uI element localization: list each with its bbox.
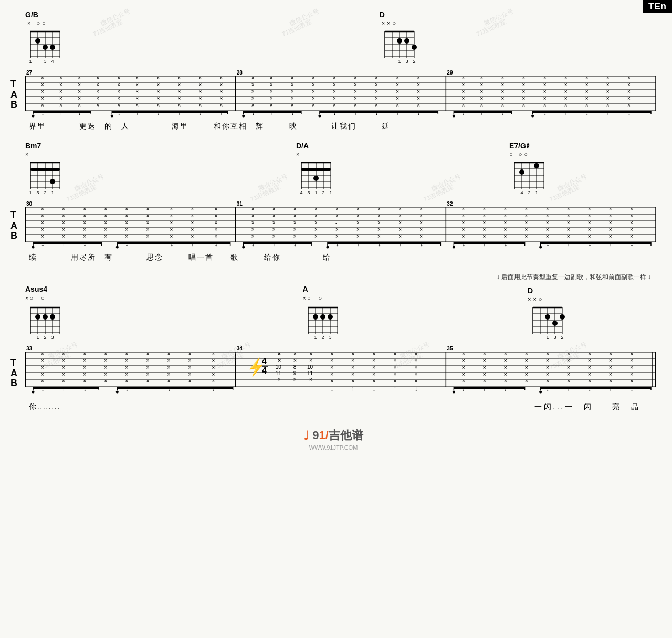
svg-text:×: × (78, 102, 81, 108)
svg-text:×: × (504, 233, 507, 239)
tab-staff-2: 30 31 32 × × × × × ↓ × × × (25, 199, 656, 251)
svg-text:×: × (480, 75, 483, 81)
svg-text:×: × (83, 206, 86, 212)
svg-text:×: × (588, 213, 591, 219)
svg-text:×: × (135, 75, 139, 81)
svg-text:2: 2 (413, 59, 415, 63)
svg-text:↑: ↑ (146, 240, 149, 248)
svg-text:×: × (525, 206, 528, 212)
svg-text:×: × (125, 233, 128, 239)
svg-text:×: × (270, 89, 273, 94)
svg-text:×: × (564, 102, 568, 108)
chord-grid-da: 4 3 1 2 1 (296, 157, 334, 194)
svg-text:1: 1 (314, 335, 317, 339)
svg-text:×: × (96, 75, 99, 81)
svg-rect-458 (117, 242, 230, 244)
svg-text:×: × (96, 82, 99, 88)
svg-text:×: × (117, 82, 120, 88)
svg-text:×: × (377, 206, 381, 212)
svg-text:×: × (83, 371, 86, 377)
svg-text:×: × (588, 233, 591, 239)
svg-text:×: × (398, 206, 402, 212)
svg-text:×: × (59, 102, 62, 108)
svg-text:×: × (414, 364, 417, 370)
svg-text:×: × (480, 89, 483, 94)
svg-text:×: × (146, 213, 149, 219)
svg-text:4: 4 (300, 190, 302, 194)
svg-text:×: × (251, 227, 255, 232)
svg-text:×: × (606, 75, 610, 81)
chord-grid-gb: 1 3 4 (25, 26, 63, 63)
svg-text:×: × (393, 350, 396, 357)
svg-text:×: × (482, 220, 486, 226)
svg-text:×: × (146, 378, 149, 384)
svg-text:2: 2 (44, 335, 46, 339)
svg-text:2: 2 (528, 190, 530, 194)
svg-text:×: × (314, 206, 318, 212)
svg-text:×: × (480, 82, 483, 88)
svg-point-520 (545, 314, 550, 320)
svg-text:×: × (546, 220, 549, 226)
chord-name-gb: G/B (25, 10, 63, 19)
tab-row-2: T A B 30 31 32 (10, 199, 656, 251)
svg-text:×: × (188, 371, 192, 377)
svg-text:×: × (212, 358, 215, 364)
svg-text:×: × (96, 89, 99, 94)
svg-text:↓: ↓ (414, 384, 418, 392)
svg-text:×: × (351, 357, 354, 364)
svg-point-10 (35, 38, 40, 44)
chord-name-da: D/A (296, 142, 334, 150)
svg-text:×: × (546, 357, 549, 364)
svg-point-278 (519, 169, 524, 175)
svg-point-27 (404, 38, 410, 44)
svg-text:×: × (630, 233, 633, 239)
chord-xmarks-asus4: ×○ ○ (25, 294, 63, 302)
svg-text:×: × (212, 371, 215, 377)
svg-text:×: × (567, 357, 570, 364)
svg-text:30: 30 (26, 201, 33, 207)
svg-text:×: × (125, 365, 128, 370)
tab-staff-3: 33 34 35 × × × × × ↓ × (25, 344, 656, 401)
svg-text:×: × (125, 358, 128, 364)
svg-text:×: × (504, 364, 507, 370)
svg-text:×: × (419, 220, 423, 226)
svg-text:×: × (461, 371, 465, 377)
svg-point-28 (412, 45, 417, 50)
svg-text:×: × (135, 102, 139, 108)
svg-text:×: × (59, 95, 62, 101)
svg-text:8: 8 (293, 364, 297, 370)
svg-point-702 (116, 391, 119, 394)
svg-text:×: × (461, 357, 465, 364)
svg-text:×: × (272, 233, 276, 239)
svg-text:×: × (117, 95, 120, 101)
svg-text:×: × (335, 213, 339, 219)
svg-text:×: × (83, 233, 86, 239)
svg-text:×: × (372, 371, 375, 377)
svg-point-522 (552, 321, 558, 326)
svg-text:↑: ↑ (135, 109, 139, 116)
svg-text:×: × (482, 371, 486, 377)
svg-text:×: × (177, 102, 181, 108)
svg-text:×: × (156, 89, 160, 94)
svg-text:×: × (251, 102, 255, 108)
svg-text:×: × (525, 378, 528, 384)
lyrics-text-1: 界里 更迭 的 人 海里 和你互相 辉 映 让我们 延 (29, 122, 390, 130)
svg-text:34: 34 (237, 346, 243, 352)
svg-text:×: × (156, 75, 160, 81)
svg-text:×: × (417, 95, 420, 101)
svg-text:×: × (461, 95, 465, 101)
svg-text:3: 3 (553, 335, 556, 339)
svg-text:×: × (314, 213, 318, 219)
svg-text:×: × (156, 95, 160, 101)
svg-text:×: × (312, 82, 315, 88)
svg-text:×: × (398, 220, 402, 226)
svg-text:×: × (333, 75, 336, 81)
chord-diagram-bm7: Bm7 × 1 3 (25, 142, 63, 196)
svg-text:×: × (177, 89, 181, 94)
chord-xmarks-gb: × ○○ (27, 20, 63, 26)
svg-rect-230 (533, 111, 651, 113)
svg-text:×: × (212, 365, 215, 370)
svg-text:×: × (270, 75, 273, 81)
tab-label-3: T A B (10, 344, 25, 401)
svg-text:×: × (417, 82, 420, 88)
